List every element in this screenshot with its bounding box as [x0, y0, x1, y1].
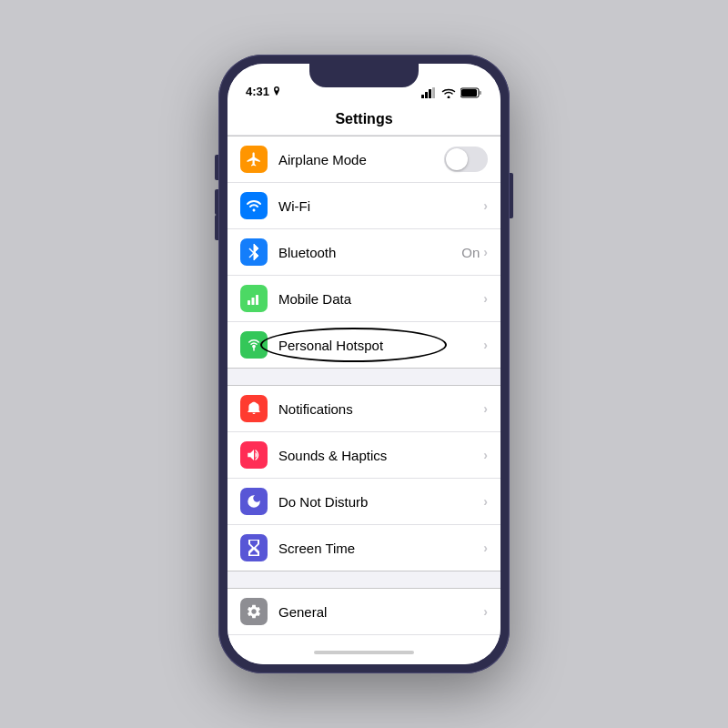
status-icons: [421, 87, 482, 98]
phone-screen: 4:31: [228, 64, 500, 664]
notifications-icon: [240, 395, 268, 422]
bluetooth-label: Bluetooth: [278, 245, 461, 260]
svg-rect-5: [480, 91, 482, 95]
airplane-mode-icon: [240, 146, 268, 173]
svg-line-8: [249, 253, 254, 258]
bell-symbol: [247, 400, 261, 417]
svg-line-7: [249, 248, 254, 253]
airplane-mode-label: Airplane Mode: [278, 152, 444, 167]
wifi-icon: [441, 87, 456, 98]
settings-content[interactable]: Airplane Mode Wi-Fi ›: [228, 136, 500, 641]
dnd-chevron: ›: [483, 494, 488, 509]
home-bar: [314, 651, 414, 654]
hourglass-symbol: [247, 539, 261, 557]
signal-bars-symbol: [247, 291, 261, 306]
screen-time-label: Screen Time: [278, 541, 483, 556]
personal-hotspot-label: Personal Hotspot: [278, 338, 483, 353]
signal-icon: [421, 87, 437, 98]
wifi-chevron: ›: [483, 198, 488, 213]
general-icon: [240, 598, 268, 625]
status-bar: 4:31: [228, 64, 500, 104]
row-airplane-mode[interactable]: Airplane Mode: [228, 136, 500, 183]
general-label: General: [278, 604, 483, 620]
moon-symbol: [246, 493, 262, 510]
section-system1: Notifications › Sounds & Haptics ›: [228, 385, 500, 571]
sounds-chevron: ›: [483, 448, 488, 462]
toggle-knob: [446, 148, 468, 170]
row-screen-time[interactable]: Screen Time ›: [228, 525, 500, 571]
bluetooth-symbol: [248, 243, 260, 261]
svg-rect-10: [252, 298, 255, 305]
mobile-data-chevron: ›: [483, 291, 488, 306]
mobile-data-icon: [240, 285, 268, 312]
wifi-symbol: [246, 199, 262, 212]
phone-frame: 4:31: [218, 55, 510, 673]
row-bluetooth[interactable]: Bluetooth On ›: [228, 229, 500, 276]
sounds-icon: [240, 441, 268, 469]
row-wifi[interactable]: Wi-Fi ›: [228, 183, 500, 229]
battery-icon: [460, 87, 482, 98]
screen-time-icon: [240, 534, 268, 561]
sound-symbol: [246, 447, 262, 463]
airplane-mode-toggle[interactable]: [444, 147, 488, 172]
svg-rect-1: [425, 92, 428, 98]
sounds-label: Sounds & Haptics: [278, 448, 483, 463]
mobile-data-label: Mobile Data: [278, 291, 483, 307]
location-icon: [273, 86, 280, 96]
row-do-not-disturb[interactable]: Do Not Disturb ›: [228, 479, 500, 525]
svg-rect-0: [421, 95, 424, 98]
svg-rect-3: [432, 87, 435, 98]
airplane-symbol: [246, 151, 262, 167]
dnd-icon: [240, 488, 268, 515]
row-sounds[interactable]: Sounds & Haptics ›: [228, 432, 500, 479]
bluetooth-value: On: [461, 245, 480, 260]
nav-bar: Settings: [228, 104, 500, 136]
bluetooth-chevron: ›: [483, 245, 488, 259]
hotspot-icon: [240, 331, 268, 359]
section-system2: General › Control Centre ›: [228, 588, 500, 641]
row-notifications[interactable]: Notifications ›: [228, 386, 500, 432]
hotspot-symbol: [246, 337, 262, 353]
row-control-centre[interactable]: Control Centre ›: [228, 635, 500, 641]
row-mobile-data[interactable]: Mobile Data ›: [228, 276, 500, 322]
bluetooth-row-icon: [240, 238, 268, 266]
notifications-chevron: ›: [483, 401, 488, 416]
hotspot-chevron: ›: [483, 338, 488, 352]
svg-rect-2: [429, 89, 431, 98]
home-indicator: [228, 641, 500, 664]
svg-rect-6: [461, 89, 477, 96]
dnd-label: Do Not Disturb: [278, 494, 483, 510]
svg-rect-9: [248, 300, 250, 305]
general-chevron: ›: [483, 604, 488, 619]
nav-title: Settings: [335, 111, 392, 126]
svg-rect-11: [256, 295, 258, 305]
screen-time-chevron: ›: [483, 541, 488, 555]
wifi-row-icon: [240, 192, 268, 219]
gear-symbol: [246, 603, 262, 620]
notifications-label: Notifications: [278, 401, 483, 417]
status-time: 4:31: [246, 85, 280, 98]
notch: [309, 64, 419, 87]
row-personal-hotspot[interactable]: Personal Hotspot ›: [228, 322, 500, 368]
row-general[interactable]: General ›: [228, 589, 500, 635]
wifi-label: Wi-Fi: [278, 198, 483, 214]
section-connectivity: Airplane Mode Wi-Fi ›: [228, 136, 500, 369]
